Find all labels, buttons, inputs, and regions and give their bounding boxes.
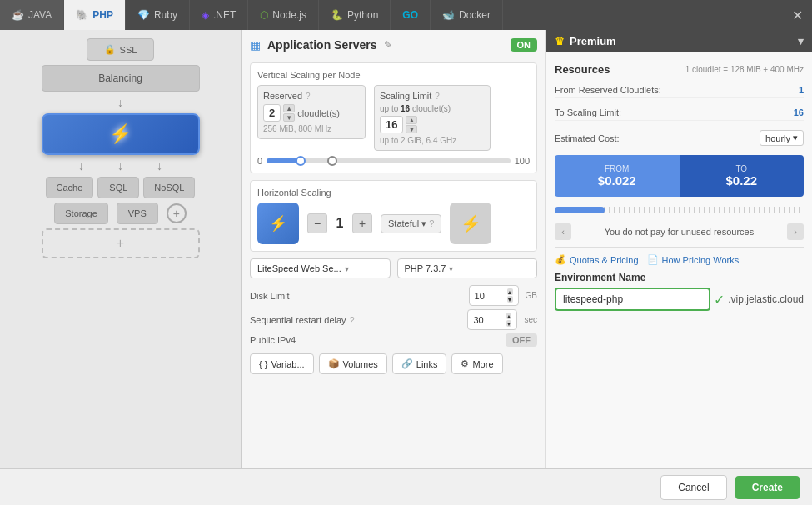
down-arrow-4: ↓ xyxy=(157,159,162,172)
arrows-row: ↓ ↓ ↓ xyxy=(78,159,162,172)
balancing-button[interactable]: Balancing xyxy=(42,65,200,92)
scaling-up[interactable]: ▲ xyxy=(406,116,417,124)
disk-up[interactable]: ▲ xyxy=(507,288,513,295)
tab-net[interactable]: ◈ .NET xyxy=(190,0,248,30)
more-button[interactable]: ⚙ More xyxy=(451,353,502,374)
restart-down[interactable]: ▼ xyxy=(506,320,512,327)
disk-input[interactable]: 10 ▲ ▼ xyxy=(469,285,519,306)
ssl-button[interactable]: 🔒 SSL xyxy=(87,38,155,61)
quotas-pricing-link[interactable]: 💰 Quotas & Pricing xyxy=(555,254,639,265)
from-value: $0.022 xyxy=(598,173,636,188)
restart-delay-row: Sequential restart delay ? 30 ▲ ▼ sec xyxy=(250,309,537,330)
reserved-up[interactable]: ▲ xyxy=(283,104,295,112)
section-title: Application Servers xyxy=(267,38,377,52)
settings-rows: Disk Limit 10 ▲ ▼ GB Sequential restart … xyxy=(250,285,537,347)
node-count: 1 xyxy=(331,216,348,231)
server-node[interactable]: ⚡ xyxy=(42,113,200,155)
add-node-icon: ⚡ xyxy=(450,202,491,244)
price-from: FROM $0.022 xyxy=(555,155,680,197)
close-button[interactable]: ✕ xyxy=(782,0,812,30)
hourly-dropdown-arrow: ▾ xyxy=(793,132,798,143)
create-button[interactable]: Create xyxy=(735,476,800,499)
from-label: FROM xyxy=(605,164,629,173)
stateful-dropdown-arrow: ▾ xyxy=(421,218,426,229)
env-name-section: Environment Name ✓ .vip.jelastic.cloud xyxy=(555,272,804,311)
scaling-sub-text: up to 2 GiB, 6.4 GHz xyxy=(380,136,485,145)
scaling-controls: Reserved ? 2 ▲ ▼ cloudlet(s) 256 MiB, 80… xyxy=(257,85,530,151)
stateful-help-icon[interactable]: ? xyxy=(429,218,434,228)
variables-button[interactable]: { } Variab... xyxy=(250,353,314,374)
restart-input[interactable]: 30 ▲ ▼ xyxy=(467,309,517,330)
tab-php[interactable]: 🐘 PHP xyxy=(64,0,126,30)
env-name-input[interactable] xyxy=(555,288,710,311)
add-node-button[interactable]: + xyxy=(42,228,200,258)
php-icon: 🐘 xyxy=(76,9,88,21)
estimated-cost-label: Estimated Cost: xyxy=(555,133,760,143)
cancel-button[interactable]: Cancel xyxy=(660,475,726,500)
scaling-spinbox[interactable]: ▲ ▼ xyxy=(406,116,417,133)
document-icon: 📄 xyxy=(647,254,659,265)
tab-go[interactable]: GO xyxy=(391,0,431,30)
disk-limit-row: Disk Limit 10 ▲ ▼ GB xyxy=(250,285,537,306)
how-pricing-works-link[interactable]: 📄 How Pricing Works xyxy=(647,254,740,265)
server-type-dropdown[interactable]: LiteSpeed Web Se... ▾ xyxy=(250,258,391,278)
tab-ruby[interactable]: 💎 Ruby xyxy=(126,0,190,30)
stateful-dropdown[interactable]: Stateful ▾ ? xyxy=(381,214,441,233)
reserved-spinbox[interactable]: ▲ ▼ xyxy=(283,104,295,122)
ipv4-toggle[interactable]: OFF xyxy=(506,333,537,347)
decrease-nodes-button[interactable]: − xyxy=(307,213,327,233)
domain-suffix: .vip.jelastic.cloud xyxy=(728,293,804,305)
from-reserved-value: 1 xyxy=(799,85,804,95)
scaling-help-icon[interactable]: ? xyxy=(435,92,440,101)
reserved-handle[interactable] xyxy=(296,156,306,166)
scaling-slider[interactable] xyxy=(267,158,511,163)
vps-button[interactable]: VPS xyxy=(117,202,158,224)
add-service-button[interactable]: + xyxy=(167,203,187,223)
nodejs-icon: ⬡ xyxy=(260,9,268,21)
price-bar: FROM $0.022 TO $0.22 xyxy=(555,155,804,197)
node-icon: ⚡ xyxy=(257,202,299,244)
hourly-dropdown[interactable]: hourly ▾ xyxy=(760,130,804,146)
cloudlets-label-1: cloudlet(s) xyxy=(297,108,340,118)
cache-button[interactable]: Cache xyxy=(46,177,94,198)
lightning-icon: ⚡ xyxy=(109,123,132,145)
sql-button[interactable]: SQL xyxy=(97,177,139,198)
volumes-button[interactable]: 📦 Volumes xyxy=(319,353,387,374)
restart-up[interactable]: ▲ xyxy=(506,312,512,319)
h-scaling-row: ⚡ − 1 + Stateful ▾ ? ⚡ xyxy=(257,202,530,244)
power-toggle[interactable]: ON xyxy=(511,38,538,52)
links-button[interactable]: 🔗 Links xyxy=(392,353,447,374)
tab-python[interactable]: 🐍 Python xyxy=(319,0,391,30)
from-reserved-row: From Reserved Cloudlets: 1 xyxy=(555,82,804,98)
env-name-input-row: ✓ .vip.jelastic.cloud xyxy=(555,288,804,311)
increase-nodes-button[interactable]: + xyxy=(352,213,372,233)
footer: Cancel Create xyxy=(0,468,812,505)
scaling-handle[interactable] xyxy=(327,156,337,166)
reserved-help-icon[interactable]: ? xyxy=(306,92,311,101)
python-icon: 🐍 xyxy=(331,9,343,21)
nosql-button[interactable]: NoSQL xyxy=(143,177,195,198)
reserved-down[interactable]: ▼ xyxy=(283,113,295,122)
scaling-limit-value: 16 xyxy=(380,116,403,133)
next-arrow[interactable]: › xyxy=(787,223,804,240)
scaling-down[interactable]: ▼ xyxy=(406,125,417,133)
restart-help-icon[interactable]: ? xyxy=(350,315,355,325)
to-value: $0.22 xyxy=(725,173,757,188)
tab-nodejs[interactable]: ⬡ Node.js xyxy=(248,0,319,30)
disk-down[interactable]: ▼ xyxy=(507,296,513,302)
reserved-value: 2 xyxy=(263,104,281,122)
php-dropdown-arrow: ▾ xyxy=(449,264,453,273)
storage-button[interactable]: Storage xyxy=(54,202,108,224)
premium-dropdown-arrow[interactable]: ▾ xyxy=(798,35,804,48)
horizontal-scaling-section: Horizontal Scaling ⚡ − 1 + Stateful ▾ ? xyxy=(250,180,537,252)
reserved-label: Reserved ? xyxy=(263,91,360,101)
tab-java[interactable]: ☕ JAVA xyxy=(0,0,64,30)
disk-limit-label: Disk Limit xyxy=(250,291,462,301)
env-name-title: Environment Name xyxy=(555,272,804,283)
tab-docker[interactable]: 🐋 Docker xyxy=(431,0,503,30)
prev-arrow[interactable]: ‹ xyxy=(555,223,571,240)
ipv4-label: Public IPv4 xyxy=(250,335,499,345)
edit-icon[interactable]: ✎ xyxy=(384,39,392,51)
scaling-upto: up to 16 cloudlet(s) xyxy=(380,104,485,113)
php-version-dropdown[interactable]: PHP 7.3.7 ▾ xyxy=(397,258,538,278)
